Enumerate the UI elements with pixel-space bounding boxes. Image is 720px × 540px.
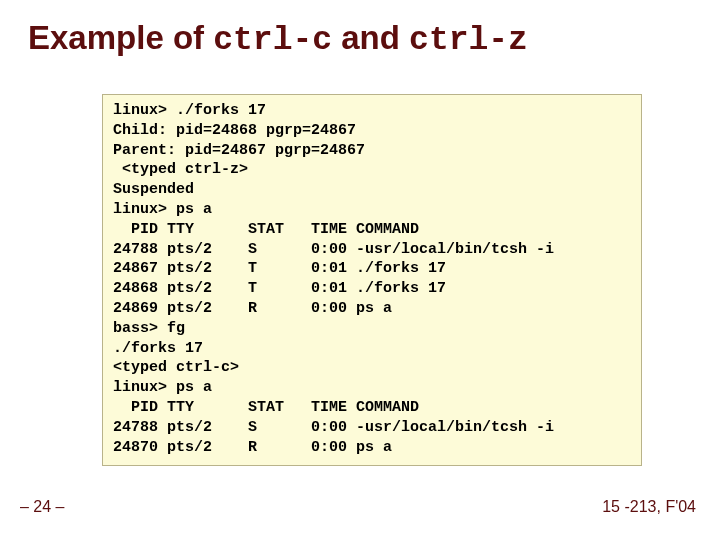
page-number: – 24 –: [20, 498, 64, 516]
title-mid: and: [332, 19, 409, 56]
slide-title: Example of ctrl-c and ctrl-z: [28, 18, 692, 61]
title-code-1: ctrl-c: [213, 22, 332, 59]
course-label: 15 -213, F'04: [602, 498, 696, 516]
slide: Example of ctrl-c and ctrl-z linux> ./fo…: [0, 0, 720, 540]
terminal-output: linux> ./forks 17 Child: pid=24868 pgrp=…: [102, 94, 642, 466]
title-code-2: ctrl-z: [409, 22, 528, 59]
title-prefix: Example of: [28, 19, 213, 56]
